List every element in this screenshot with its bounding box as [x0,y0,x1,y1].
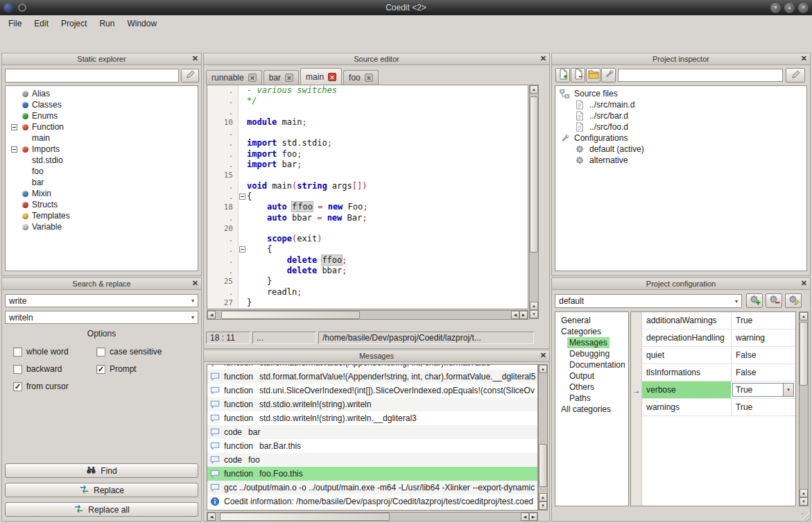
dropdown-icon[interactable]: ▾ [783,384,793,396]
scroll-thumb[interactable] [800,322,808,386]
code-line[interactable]: . { [207,244,528,255]
category-item[interactable]: All categories [555,404,628,415]
collapse-icon[interactable] [11,124,17,130]
code-line[interactable]: .void main(string args[]) [207,181,528,191]
category-item[interactable]: Documentation [555,359,628,370]
panel-header[interactable]: Project inspector ✕ [552,53,810,65]
minimize-button[interactable]: ▾ [770,3,781,13]
message-row[interactable]: code bar [207,425,537,439]
code-line[interactable]: . readln; [207,287,528,298]
replace-button[interactable]: Replace [5,483,198,497]
project-tree-item[interactable]: alternative [555,155,806,166]
property-value-cell[interactable]: False False ▾ [731,347,795,364]
symbol-tree-item[interactable]: main [6,132,198,144]
replace-term-combobox[interactable]: writeln ▾ [5,311,198,324]
search-option-checkbox[interactable]: ✓ Prompt [96,364,198,374]
property-value-cell[interactable]: False False ▾ [731,364,795,381]
remove-source-button[interactable] [571,68,585,83]
close-button[interactable]: ✕ [798,3,809,13]
category-item[interactable]: Messages [555,337,628,348]
symbol-tree-item[interactable]: Alias [6,88,198,99]
remove-configuration-button[interactable] [766,293,782,308]
tab-close-icon[interactable] [248,74,257,82]
menu-item[interactable]: Project [55,16,93,31]
category-item[interactable]: Output [555,370,628,381]
dropdown-icon[interactable]: ▾ [735,298,738,305]
code-line[interactable]: .{ [207,191,528,202]
add-configuration-button[interactable] [746,293,763,308]
message-row[interactable]: function std.stdio.writeln!(string).writ… [207,397,537,411]
code-line[interactable]: .*/ [207,96,528,106]
tab-close-icon[interactable] [285,74,293,82]
category-item[interactable]: Debugging [555,348,628,359]
project-tree-item[interactable]: Source files [555,88,806,99]
editor-horizontal-scrollbar[interactable]: ◀ ◀ ▶ [207,310,528,320]
property-value-cell[interactable]: warning warning ▾ [731,329,795,347]
scroll-up-button[interactable]: ▲ [539,493,547,501]
add-folder-button[interactable] [586,68,601,83]
editor-tab[interactable]: foo [343,70,379,85]
project-tools-button[interactable] [601,68,616,83]
scroll-up-button[interactable]: ▲ [800,489,808,497]
resize-grip[interactable] [802,513,811,522]
property-row[interactable]: → warnings True True ▾ [631,399,795,416]
property-row[interactable]: → depreciationHandling warning warning ▾ [631,329,795,347]
scroll-track[interactable] [539,373,547,493]
close-panel-icon[interactable]: ✕ [540,351,546,360]
tab-close-icon[interactable] [365,74,373,82]
close-panel-icon[interactable]: ✕ [192,279,198,288]
project-tree-item[interactable]: ../src/bar.d [555,110,806,121]
editor-tab[interactable]: bar [264,70,299,85]
property-grid-scrollbar[interactable]: ▲ ▲ ▼ [799,311,809,506]
code-line[interactable]: .import std.stdio; [207,138,528,148]
scroll-thumb[interactable] [220,513,390,521]
code-editor[interactable]: .- various switches.*/.10module main;..i… [207,85,528,309]
property-row[interactable]: → verbose True True ▾ [631,381,795,399]
symbol-tree-item[interactable]: Mixin [6,188,198,199]
code-line[interactable]: . delete ffoo; [207,255,528,266]
filter-options-button[interactable] [786,68,805,83]
project-tree-item[interactable]: Configurations [555,132,806,144]
scroll-left-button[interactable]: ◀ [511,311,519,319]
fold-margin[interactable] [238,191,247,202]
code-line[interactable]: . delete bbar; [207,266,528,276]
category-item[interactable]: Categories [555,326,628,337]
property-value-cell[interactable]: True True ▾ [731,312,795,329]
property-value-cell[interactable]: True True ▾ [731,399,795,416]
symbol-tree-item[interactable]: Function [6,121,198,132]
close-panel-icon[interactable]: ✕ [540,54,546,63]
code-line[interactable]: . [207,107,528,117]
category-item[interactable]: Others [555,381,628,393]
dropdown-icon[interactable]: ▾ [191,314,194,320]
code-line[interactable]: . [207,128,528,138]
editor-tab[interactable]: main [300,68,342,85]
configuration-combobox[interactable]: default ▾ [555,294,742,308]
symbol-tree-item[interactable]: Enums [6,110,198,121]
checkbox-box[interactable]: ✓ [13,382,22,391]
scroll-left-button[interactable]: ◀ [207,513,216,521]
scroll-up-button[interactable]: ▲ [530,85,538,94]
code-line[interactable]: .import foo; [207,149,528,160]
symbol-tree-item[interactable]: Templates [6,210,198,221]
close-panel-icon[interactable]: ✕ [801,54,807,63]
scroll-up-button[interactable]: ▲ [800,312,808,320]
close-panel-icon[interactable]: ✕ [801,279,807,288]
search-term-combobox[interactable]: write ▾ [5,294,198,307]
message-row[interactable]: gcc ../output/main.o -o ../output/main.e… [207,481,537,495]
filter-options-button[interactable] [181,69,199,83]
message-row[interactable]: function std.stdio.writeln!(string).writ… [207,411,537,425]
scroll-thumb[interactable] [221,311,360,319]
messages-horizontal-scrollbar[interactable]: ◀ ◀ ▶ [207,512,538,521]
project-tree-item[interactable]: default (active) [555,144,806,155]
checkbox-box[interactable]: ✓ [13,365,22,374]
scroll-up-button[interactable]: ▲ [530,302,538,310]
panel-header[interactable]: Messages ✕ [204,350,549,362]
code-line[interactable]: .- various switches [207,85,528,96]
project-tree-item[interactable]: ../src/main.d [555,99,806,110]
message-row[interactable]: function std.uni.SliceOverIndexed!(int[]… [207,384,537,397]
symbol-tree-item[interactable]: Variable [6,221,198,232]
collapse-icon[interactable] [11,146,17,153]
scroll-thumb[interactable] [530,96,538,252]
property-value-cell[interactable]: True True ▾ [731,381,795,399]
code-line[interactable]: .import bar; [207,160,528,170]
